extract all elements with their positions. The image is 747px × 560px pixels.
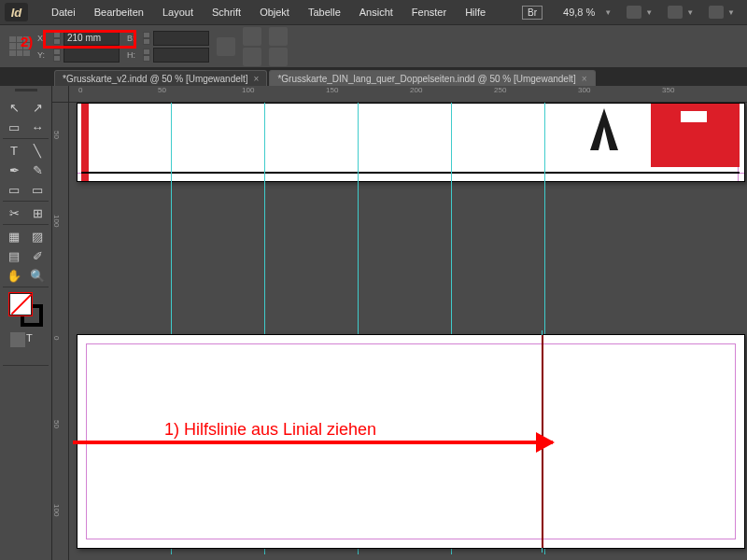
tab-label: *Grusskarte_v2.indd @ 50 % [Umgewandelt] <box>63 74 248 84</box>
preview-view[interactable] <box>26 368 41 383</box>
red-bar-left <box>81 104 89 181</box>
control-bar: X: Y: B: H: <box>0 25 747 68</box>
menu-file[interactable]: Datei <box>42 7 85 18</box>
apply-swatch[interactable] <box>34 348 49 363</box>
gradient-swatch-tool[interactable]: ▦ <box>3 227 25 245</box>
free-transform-tool[interactable]: ⊞ <box>26 203 49 222</box>
menu-bar: Id Datei Bearbeiten Layout Schrift Objek… <box>0 0 747 25</box>
direct-selection-tool[interactable]: ↗ <box>26 98 49 117</box>
rotate-90-cw-icon[interactable] <box>243 27 261 46</box>
tools-panel: ↖↗ ▭↔ T╲ ✒✎ ▭▭ ✂⊞ ▦▨ ▤✐ ✋🔍 T <box>0 86 52 560</box>
zoom-level[interactable]: 49,8 %▼ <box>550 5 619 20</box>
rotate-90-ccw-icon[interactable] <box>243 48 261 66</box>
chevron-down-icon: ▼ <box>604 8 612 17</box>
x-spinner[interactable] <box>53 32 61 45</box>
constrain-icon[interactable] <box>217 37 235 56</box>
hand-tool[interactable]: ✋ <box>3 266 25 285</box>
normal-view[interactable] <box>10 368 25 383</box>
flip-h-icon[interactable] <box>269 27 288 46</box>
apply-gradient[interactable] <box>19 348 34 363</box>
y-spinner[interactable] <box>53 49 61 62</box>
menu-type[interactable]: Schrift <box>203 7 250 18</box>
tab-doc-2[interactable]: *Grusskarte_DIN_lang_quer_Doppelseiten.i… <box>269 70 595 86</box>
pen-tool[interactable]: ✒ <box>3 161 25 179</box>
scissors-tool[interactable]: ✂ <box>3 203 25 222</box>
gradient-feather-tool[interactable]: ▨ <box>26 227 49 245</box>
x-field[interactable] <box>63 31 120 46</box>
w-spinner[interactable] <box>143 32 150 45</box>
document-tabs: *Grusskarte_v2.indd @ 50 % [Umgewandelt]… <box>0 68 747 86</box>
rectangle-frame-tool[interactable]: ▭ <box>3 180 25 199</box>
w-field[interactable] <box>153 31 209 46</box>
canvas[interactable]: 0 50 100 150 200 250 300 350 50 100 0 50… <box>52 86 747 560</box>
line-tool[interactable]: ╲ <box>26 141 49 160</box>
view-options[interactable]: ▼ <box>619 6 660 19</box>
h-spinner[interactable] <box>143 49 150 62</box>
y-field[interactable] <box>63 48 120 63</box>
close-icon[interactable]: × <box>582 74 587 84</box>
tab-doc-1[interactable]: *Grusskarte_v2.indd @ 50 % [Umgewandelt]… <box>54 70 267 86</box>
flip-v-icon[interactable] <box>269 48 288 66</box>
menu-table[interactable]: Tabelle <box>299 7 350 18</box>
app-icon: Id <box>5 3 28 21</box>
zoom-tool[interactable]: 🔍 <box>26 266 49 285</box>
annotation-step1: 1) Hilfslinie aus Linial ziehen <box>164 420 376 440</box>
h-label: H: <box>127 50 140 60</box>
panel-grab[interactable] <box>3 89 49 96</box>
x-label: X: <box>37 34 50 43</box>
close-icon[interactable]: × <box>254 74 260 84</box>
y-label: Y: <box>37 50 50 60</box>
vertical-ruler[interactable]: 50 100 0 50 100 <box>52 103 69 560</box>
annotation-arrow <box>73 441 553 444</box>
letter-a-graphic <box>585 108 623 150</box>
fill-stroke-swatch[interactable] <box>9 293 43 327</box>
screen-mode[interactable]: ▼ <box>660 6 701 19</box>
black-rule <box>81 172 740 174</box>
annotation-step2: 2) <box>21 34 33 49</box>
arrange-docs[interactable]: ▼ <box>701 6 742 19</box>
tab-label: *Grusskarte_DIN_lang_quer_Doppelseiten.i… <box>277 74 575 84</box>
menu-edit[interactable]: Bearbeiten <box>85 7 153 18</box>
type-tool[interactable]: T <box>3 141 25 160</box>
note-tool[interactable]: ▤ <box>3 246 25 265</box>
bridge-button[interactable]: Br <box>514 6 550 20</box>
menu-view[interactable]: Ansicht <box>350 7 402 18</box>
menu-layout[interactable]: Layout <box>153 7 203 18</box>
horizontal-ruler[interactable]: 0 50 100 150 200 250 300 350 <box>69 86 747 103</box>
pasteboard: 1) Hilfslinie aus Linial ziehen <box>69 103 747 560</box>
apply-none[interactable] <box>3 348 18 363</box>
spread-top[interactable] <box>77 103 745 182</box>
h-field[interactable] <box>153 48 209 63</box>
menu-object[interactable]: Objekt <box>250 7 299 18</box>
page-tool[interactable]: ▭ <box>3 118 25 136</box>
apply-color[interactable] <box>10 332 25 347</box>
gap-tool[interactable]: ↔ <box>26 118 49 136</box>
menu-window[interactable]: Fenster <box>402 7 456 18</box>
eyedropper-tool[interactable]: ✐ <box>26 246 49 265</box>
white-box <box>681 111 707 122</box>
selection-tool[interactable]: ↖ <box>3 98 25 117</box>
rectangle-tool[interactable]: ▭ <box>26 180 49 199</box>
apply-text[interactable]: T <box>26 332 41 347</box>
ruler-origin[interactable] <box>52 86 69 103</box>
w-label: B: <box>127 34 140 43</box>
menu-help[interactable]: Hilfe <box>456 7 495 18</box>
pencil-tool[interactable]: ✎ <box>26 161 49 179</box>
